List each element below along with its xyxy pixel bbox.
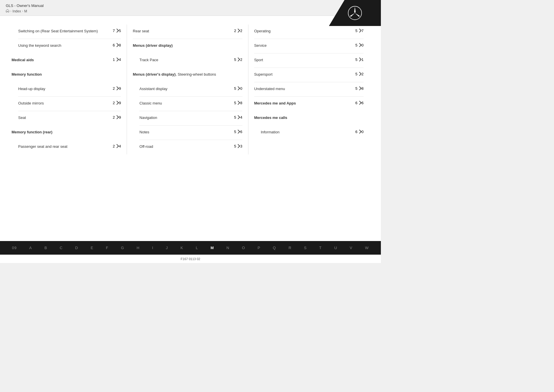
menus-drivers-display-subs: Assistant display 50 Classic menu 58 Nav… <box>133 82 242 154</box>
page-arrow <box>236 100 240 104</box>
alpha-B[interactable]: B <box>44 246 47 250</box>
section-title: Medical aids <box>12 57 113 63</box>
index-columns: Switching on (Rear Seat Entertainment Sy… <box>12 25 369 154</box>
entry-off-road: Off-road 53 <box>139 140 242 154</box>
entry-head-up-display: Head-up display 29 <box>18 82 121 97</box>
section-title: Memory function (rear) <box>12 130 121 135</box>
entry-page[interactable]: 58 <box>355 86 364 91</box>
main-content: Switching on (Rear Seat Entertainment Sy… <box>0 16 381 241</box>
entry-label: Information <box>261 130 355 135</box>
alpha-H[interactable]: H <box>136 246 139 250</box>
document-code: F167 0113 02 <box>181 257 200 261</box>
page-arrow <box>236 115 240 119</box>
section-menus-driver-display: Menus (driver display) Track Pace 52 <box>133 39 242 68</box>
section-memory-function: Memory function Head-up display 29 Outsi… <box>12 68 121 126</box>
entry-page[interactable]: 58 <box>234 101 242 105</box>
entry-service: Service 50 <box>254 39 364 53</box>
entry-page[interactable]: 60 <box>355 130 364 134</box>
alpha-U[interactable]: U <box>334 246 337 250</box>
entry-page[interactable]: 50 <box>355 43 364 47</box>
entry-page[interactable]: 50 <box>234 86 242 91</box>
entry-page[interactable]: 52 <box>234 57 242 62</box>
alpha-T[interactable]: T <box>319 246 322 250</box>
breadcrumb-letter[interactable]: M <box>24 9 27 13</box>
alphabet-bar: 09 A B C D E F G H I J K L M N O P Q R S… <box>0 241 381 255</box>
entry-label: Classic menu <box>139 101 234 106</box>
alpha-D[interactable]: D <box>75 246 78 250</box>
entry-outside-mirrors: Outside mirrors 29 <box>18 97 121 111</box>
entry-page[interactable]: 56 <box>234 130 242 134</box>
entry-page[interactable]: 52 <box>355 72 364 76</box>
entry-classic-menu: Classic menu 58 <box>139 97 242 111</box>
section-mercedes-me-apps: Mercedes me and Apps 66 <box>254 97 364 111</box>
alpha-I[interactable]: I <box>152 246 154 250</box>
entry-label: Outside mirrors <box>18 101 113 106</box>
alpha-M[interactable]: M <box>211 246 214 250</box>
alpha-N[interactable]: N <box>227 246 229 250</box>
alpha-J[interactable]: J <box>166 246 168 250</box>
entry-label: Off-road <box>139 144 234 149</box>
alpha-L[interactable]: L <box>196 246 198 250</box>
alpha-A[interactable]: A <box>29 246 32 250</box>
home-icon[interactable] <box>6 9 9 13</box>
entry-understated-menu: Understated menu 58 <box>254 82 364 97</box>
entry-page[interactable]: 22 <box>234 29 242 33</box>
section-title: Memory function <box>12 72 121 77</box>
entry-page[interactable]: 68 <box>113 43 121 47</box>
alpha-F[interactable]: F <box>106 246 108 250</box>
column-2: Rear seat 22 Menus (driver display) Trac… <box>127 25 248 154</box>
alpha-G[interactable]: G <box>121 246 124 250</box>
breadcrumb-sep-2: › <box>22 10 23 13</box>
entry-label: Passenger seat and rear seat <box>18 144 113 149</box>
alpha-C[interactable]: C <box>60 246 63 250</box>
section-title: Menus (driver's display), Steering-wheel… <box>133 72 242 77</box>
entry-page[interactable]: 53 <box>234 144 242 148</box>
column-3: Operating 57 Service 50 Sport 51 Supersp… <box>248 25 369 140</box>
section-mercedes-me-calls: Mercedes me calls Information 60 <box>254 111 364 140</box>
alpha-K[interactable]: K <box>181 246 184 250</box>
alpha-P[interactable]: P <box>258 246 261 250</box>
page-header: GLS - Owner's Manual › Index › M <box>0 0 381 16</box>
entry-page[interactable]: 14 <box>113 57 121 62</box>
alpha-V[interactable]: V <box>350 246 353 250</box>
alpha-S[interactable]: S <box>304 246 307 250</box>
page-arrow <box>358 86 362 90</box>
entry-page[interactable]: 75 <box>113 29 121 33</box>
entry-label: Using the keyword search <box>18 43 113 48</box>
entry-page[interactable]: 57 <box>355 29 364 33</box>
section-title: Mercedes me calls <box>254 115 364 120</box>
page-arrow <box>236 28 240 32</box>
mercedes-me-calls-header: Mercedes me calls <box>254 111 364 126</box>
entry-label: Operating <box>254 29 355 34</box>
alpha-O[interactable]: O <box>242 246 245 250</box>
entry-page[interactable]: 29 <box>113 115 121 120</box>
section-medical-aids: Medical aids 14 <box>12 53 121 68</box>
entry-assistant-display: Assistant display 50 <box>139 82 242 97</box>
alpha-09[interactable]: 09 <box>12 246 17 250</box>
entry-page[interactable]: 29 <box>113 101 121 105</box>
entry-label: Head-up display <box>18 86 113 92</box>
entry-passenger-rear-seat: Passenger seat and rear seat 24 <box>18 140 121 154</box>
entry-label: Seat <box>18 115 113 120</box>
entry-page[interactable]: 51 <box>355 57 364 62</box>
entry-page[interactable]: 29 <box>113 86 121 91</box>
alpha-E[interactable]: E <box>91 246 93 250</box>
alpha-W[interactable]: W <box>365 246 369 250</box>
entry-label: Track Pace <box>139 57 234 63</box>
entry-page[interactable]: 54 <box>234 115 242 120</box>
memory-function-rear-subs: Passenger seat and rear seat 24 <box>12 140 121 154</box>
column-1: Switching on (Rear Seat Entertainment Sy… <box>12 25 127 154</box>
breadcrumb-index[interactable]: Index <box>12 9 21 13</box>
entry-page[interactable]: 24 <box>113 144 121 148</box>
entry-rear-seat: Rear seat 22 <box>133 25 242 39</box>
entry-label: Assistant display <box>139 86 234 92</box>
entry-label: Sport <box>254 57 355 63</box>
page-arrow <box>358 43 362 47</box>
entry-switching-on: Switching on (Rear Seat Entertainment Sy… <box>18 25 121 39</box>
entry-page[interactable]: 66 <box>355 101 364 105</box>
entry-label: Navigation <box>139 115 234 120</box>
alpha-Q[interactable]: Q <box>273 246 276 250</box>
alpha-R[interactable]: R <box>289 246 291 250</box>
medical-aids-header: Medical aids 14 <box>12 53 121 68</box>
memory-function-header: Memory function <box>12 68 121 82</box>
